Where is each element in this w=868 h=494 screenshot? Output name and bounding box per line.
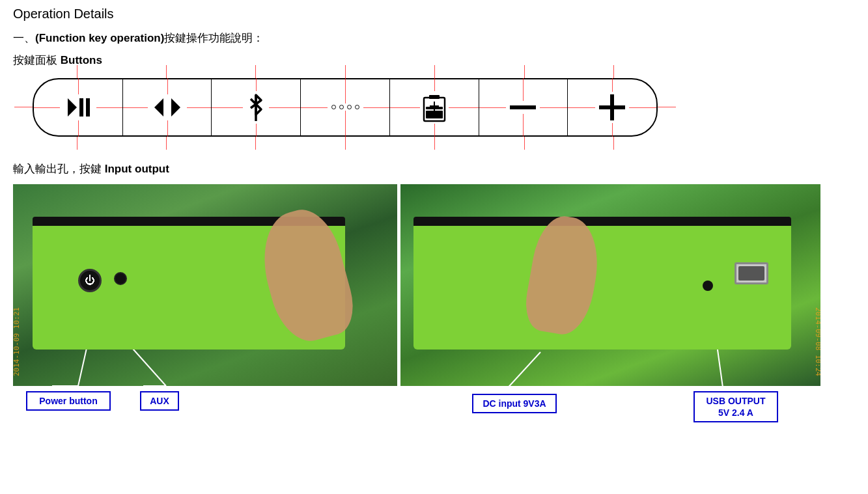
dot-3	[347, 105, 352, 109]
callout-power-button: Power button	[26, 391, 111, 411]
btn-minus	[479, 78, 568, 137]
svg-marker-0	[68, 98, 77, 117]
button-panel	[33, 78, 658, 137]
usb-port-device	[735, 262, 768, 284]
btn-battery	[390, 78, 479, 137]
callout-usb-output: USB OUTPUT5V 2.4 A	[693, 391, 778, 422]
page-title: Operation Details	[13, 7, 855, 21]
section1-heading: 一、(Function key operation)按鍵操作功能說明：	[13, 31, 855, 46]
dot-2	[339, 105, 344, 109]
dots-icon	[328, 103, 363, 111]
callout-dc-input: DC input 9V3A	[472, 394, 557, 413]
dc-port-device	[703, 281, 713, 291]
dot-4	[355, 105, 359, 109]
svg-rect-1	[79, 98, 83, 117]
svg-rect-15	[610, 94, 614, 120]
plus-icon	[595, 92, 629, 123]
power-symbol-icon: ⏻	[85, 275, 95, 286]
play-pause-icon	[60, 94, 96, 120]
btn-plus	[568, 78, 656, 137]
aux-port-device	[114, 272, 127, 285]
svg-rect-2	[86, 98, 90, 117]
svg-marker-4	[171, 98, 180, 117]
photo-left: ⏻ 2014-10-09 10:21	[13, 184, 397, 386]
battery-icon	[420, 91, 449, 124]
bluetooth-icon	[243, 91, 269, 124]
photos-section: ⏻ 2014-10-09 10:21 2014-09-08 10:24	[13, 184, 820, 458]
timestamp-right: 2014-09-08 10:24	[814, 307, 820, 376]
section2-heading: 輸入輸出孔，按鍵 Input output	[13, 161, 855, 176]
btn-play-pause	[34, 78, 123, 137]
svg-marker-3	[154, 98, 163, 117]
svg-rect-9	[426, 111, 443, 118]
svg-rect-13	[510, 105, 536, 109]
btn-bluetooth	[212, 78, 301, 137]
minus-icon	[506, 101, 540, 114]
btn-dots	[301, 78, 390, 137]
power-button-device: ⏻	[78, 269, 102, 292]
callout-aux: AUX	[140, 391, 179, 411]
dot-1	[331, 105, 336, 109]
btn-prev-next	[123, 78, 212, 137]
photo-right: 2014-09-08 10:24	[400, 184, 820, 386]
button-panel-wrapper	[33, 78, 658, 137]
prev-next-icon	[148, 94, 187, 120]
svg-rect-8	[429, 95, 440, 99]
timestamp-left: 2014-10-09 10:21	[13, 307, 21, 376]
